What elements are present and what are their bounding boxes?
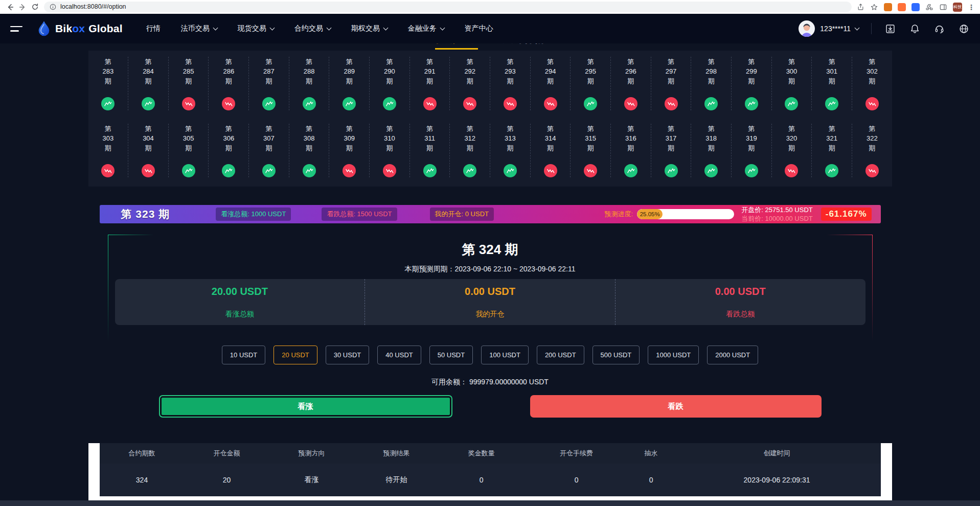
site-info-icon[interactable] [50, 4, 56, 10]
side-panel-icon[interactable] [939, 3, 947, 11]
trend-down-icon [463, 97, 476, 110]
period-cell: 第289期 [329, 57, 370, 110]
nav-item-金融业务[interactable]: 金融业务 [408, 24, 444, 33]
period-number: 322 [867, 133, 878, 143]
stat-value: 0.00 USDT [465, 286, 515, 297]
amount-button-100[interactable]: 100 USDT [481, 346, 529, 364]
metamask-extension-icon[interactable] [884, 3, 892, 11]
browser-menu-icon[interactable]: ⋮ [968, 5, 975, 10]
period-number: 309 [344, 133, 355, 143]
period-cell: 第301期 [812, 57, 852, 110]
trend-up-icon [262, 164, 276, 177]
period-suffix: 期 [306, 143, 312, 153]
period-suffix: 期 [668, 76, 674, 86]
current-price-line: 当前价: 10000.00 USDT [741, 214, 812, 223]
period-cell: 第319期 [732, 124, 772, 177]
buy-down-button[interactable]: 看跌 [530, 395, 822, 418]
trend-down-icon [101, 164, 115, 177]
tab-live-market[interactable]: 实时行情 [503, 43, 545, 50]
nav-item-行情[interactable]: 行情 [146, 24, 161, 33]
table-body: 32420看涨待开始0002023-09-06 22:09:31 [100, 464, 881, 496]
amount-button-500[interactable]: 500 USDT [592, 346, 640, 364]
trend-up-icon [182, 164, 195, 177]
period-prefix: 第 [105, 124, 111, 133]
period-prefix: 第 [507, 57, 513, 66]
period-cell: 第304期 [128, 124, 169, 177]
progress-bar: 25.05% [637, 209, 734, 219]
table-cell: 0 [524, 464, 629, 496]
period-prefix: 第 [306, 124, 312, 133]
table-header: 抽水 [629, 443, 673, 464]
nav-item-现货交易[interactable]: 现货交易 [238, 24, 274, 33]
table-header: 合约期数 [100, 443, 185, 464]
support-headset-icon[interactable] [933, 22, 945, 35]
period-number: 316 [625, 133, 636, 143]
period-suffix: 期 [145, 76, 151, 86]
corner-accent-left [108, 235, 154, 235]
period-cell: 第308期 [289, 124, 330, 177]
period-suffix: 期 [265, 76, 272, 86]
trend-up-icon [101, 97, 115, 110]
language-globe-icon[interactable] [958, 22, 970, 35]
period-number: 287 [263, 66, 275, 76]
stat-label: 我的开仓 [476, 310, 505, 319]
period-suffix: 期 [788, 76, 795, 86]
amount-button-20[interactable]: 20 USDT [274, 346, 317, 364]
chevron-down-icon [855, 25, 860, 30]
nav-item-期权交易[interactable]: 期权交易 [351, 24, 388, 33]
extensions-puzzle-icon[interactable] [925, 3, 933, 11]
period-suffix: 期 [467, 76, 473, 86]
period-number: 291 [424, 66, 436, 76]
buy-up-button[interactable]: 看涨 [159, 395, 452, 418]
trend-up-icon [825, 97, 838, 110]
period-prefix: 第 [788, 124, 795, 133]
trend-up-icon [745, 164, 758, 177]
browser-forward-button[interactable] [16, 1, 29, 13]
nav-item-合约交易[interactable]: 合约交易 [294, 24, 331, 33]
amount-button-200[interactable]: 200 USDT [537, 346, 584, 364]
amount-button-40[interactable]: 40 USDT [377, 346, 421, 364]
bookmark-star-icon[interactable] [870, 3, 878, 11]
download-app-icon[interactable] [884, 22, 896, 35]
address-bar[interactable]: localhost:8080/#/option [44, 2, 852, 12]
period-number: 288 [304, 66, 315, 76]
trend-down-icon [665, 97, 678, 110]
amount-button-10[interactable]: 10 USDT [222, 346, 265, 364]
nav-item-label: 现货交易 [238, 24, 266, 33]
period-prefix: 第 [306, 57, 312, 66]
user-menu[interactable]: 123****11 [798, 20, 859, 37]
period-suffix: 期 [346, 76, 353, 86]
trend-down-icon [544, 97, 557, 110]
url-text: localhost:8080/#/option [60, 2, 126, 12]
browser-back-button[interactable] [4, 1, 16, 13]
share-icon[interactable] [857, 3, 864, 11]
period-cell: 第318期 [691, 124, 732, 177]
orange-extension-icon[interactable] [898, 3, 906, 11]
period-suffix: 期 [105, 143, 111, 153]
period-prefix: 第 [869, 124, 875, 133]
stat-up: 20.00 USDT看涨总额 [115, 279, 365, 325]
blue-extension-icon[interactable] [911, 3, 920, 11]
browser-refresh-button[interactable] [29, 1, 41, 13]
nav-item-资产中心[interactable]: 资产中心 [465, 24, 493, 33]
notifications-bell-icon[interactable] [908, 22, 921, 35]
amount-button-50[interactable]: 50 USDT [429, 346, 473, 364]
nav-item-法币交易[interactable]: 法币交易 [181, 24, 217, 33]
hamburger-menu-icon[interactable] [10, 26, 22, 32]
period-cell: 第309期 [329, 124, 370, 177]
amount-button-2000[interactable]: 2000 USDT [707, 346, 758, 364]
browser-profile-avatar[interactable]: 科技 [953, 3, 962, 12]
amount-button-1000[interactable]: 1000 USDT [648, 346, 699, 364]
tab-past-results[interactable]: 往期结果 [435, 43, 478, 50]
period-number: 314 [545, 133, 556, 143]
period-suffix: 期 [627, 143, 634, 153]
username-text: 123****11 [820, 25, 851, 33]
period-row: 第303期第304期第305期第306期第307期第308期第309期第310期… [88, 124, 892, 177]
period-number: 294 [545, 66, 556, 76]
next-round-section: 第 324 期 本期预测周期：2023-09-06 22:10 ~ 2023-0… [108, 235, 873, 418]
trend-up-icon [704, 164, 718, 177]
amount-button-30[interactable]: 30 USDT [326, 346, 369, 364]
brand-logo[interactable]: BikoxGlobal [37, 20, 123, 37]
period-suffix: 期 [748, 76, 755, 86]
period-number: 319 [746, 133, 757, 143]
